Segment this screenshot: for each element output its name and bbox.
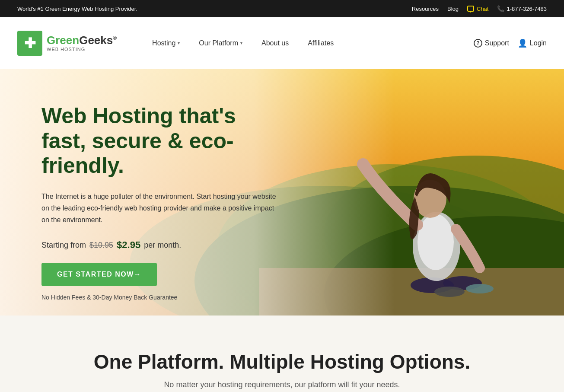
logo-text: GreenGeeks® WEB HOSTING [47,35,117,52]
hero-guarantee: No Hidden Fees & 30-Day Money Back Guara… [41,294,277,301]
phone-icon: 📞 [497,5,504,12]
nav-links: Hosting ▾ Our Platform ▾ About us Affili… [143,17,474,69]
chat-link[interactable]: Chat [467,6,488,12]
platform-section: One Platform. Multiple Hosting Options. … [0,316,564,392]
hero-description: The Internet is a huge polluter of the e… [41,191,277,226]
support-icon: ? [474,39,482,48]
top-bar-right: Resources Blog Chat 📞 1-877-326-7483 [412,5,547,12]
hosting-chevron-icon: ▾ [178,41,180,45]
user-icon: 👤 [518,38,527,48]
platform-chevron-icon: ▾ [240,41,242,45]
price-new: $2.95 [117,239,140,251]
hero-content: Web Hosting that's fast, secure & eco-fr… [0,69,294,316]
nav-right: ? Support 👤 Login [474,38,547,48]
cta-button[interactable]: GET STARTED NOW→ [41,263,157,286]
logo[interactable]: ✚ GreenGeeks® WEB HOSTING [17,31,117,56]
chat-icon [467,6,474,12]
login-button[interactable]: 👤 Login [518,38,547,48]
hero-price: Starting from $10.95 $2.95 per month. [41,239,277,251]
svg-point-11 [466,284,494,293]
support-button[interactable]: ? Support [474,39,509,48]
svg-point-10 [434,287,465,297]
top-bar-tagline: World's #1 Green Energy Web Hosting Prov… [17,6,137,12]
logo-icon: ✚ [17,31,42,56]
nav-item-about[interactable]: About us [252,17,298,69]
top-bar: World's #1 Green Energy Web Hosting Prov… [0,0,564,17]
svg-point-13 [417,214,454,270]
nav-item-platform[interactable]: Our Platform ▾ [189,17,252,69]
price-old: $10.95 [89,241,113,250]
hero-section: Web Hosting that's fast, secure & eco-fr… [0,69,564,316]
blog-link[interactable]: Blog [447,6,459,12]
platform-subheading: No matter your hosting requirements, our… [17,380,547,389]
resources-link[interactable]: Resources [412,6,439,12]
phone-link[interactable]: 📞 1-877-326-7483 [497,5,547,12]
nav-item-hosting[interactable]: Hosting ▾ [143,17,189,69]
nav-item-affiliates[interactable]: Affiliates [298,17,343,69]
main-nav: ✚ GreenGeeks® WEB HOSTING Hosting ▾ Our … [0,17,564,69]
hero-heading: Web Hosting that's fast, secure & eco-fr… [41,104,277,178]
platform-heading: One Platform. Multiple Hosting Options. [17,350,547,373]
